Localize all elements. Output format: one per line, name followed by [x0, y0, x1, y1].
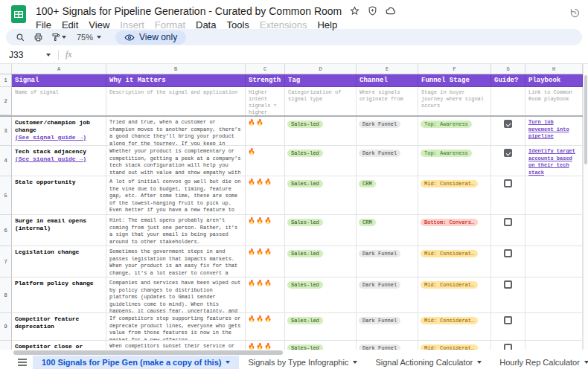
vertical-scrollbar-thumb[interactable]: [584, 75, 587, 164]
all-sheets-menu-icon[interactable]: [18, 356, 27, 369]
cell-A1[interactable]: Signal: [12, 74, 106, 87]
cell-F2[interactable]: Stage in buyer journey where signal occu…: [418, 87, 491, 115]
cell-C3[interactable]: 🔥🔥: [246, 117, 285, 146]
row-number-9[interactable]: 9: [0, 313, 12, 341]
cell-E3[interactable]: Dark Funnel: [357, 117, 418, 146]
cell-D10[interactable]: Sales-led: [285, 341, 357, 350]
column-header-B[interactable]: B: [106, 64, 246, 74]
cell-H9[interactable]: [525, 313, 583, 341]
menu-edit[interactable]: Edit: [57, 19, 83, 31]
sheet-tab-1[interactable]: 100 Signals for Pipe Gen (make a copy of…: [33, 356, 239, 369]
column-header-D[interactable]: D: [285, 64, 357, 74]
column-header-H[interactable]: H: [525, 64, 583, 74]
cell-B3[interactable]: Tried and true, when a customer or champ…: [106, 117, 246, 146]
cell-H6[interactable]: [525, 215, 583, 246]
cell-G9[interactable]: [491, 313, 525, 341]
row-number-6[interactable]: 6: [0, 215, 12, 246]
cell-H10[interactable]: [525, 341, 583, 350]
column-header-A[interactable]: A: [12, 64, 106, 74]
guide-checkbox[interactable]: [504, 218, 512, 226]
guide-checkbox[interactable]: [504, 149, 512, 157]
horizontal-scrollbar-thumb[interactable]: [13, 350, 283, 355]
cell-G6[interactable]: [491, 215, 525, 246]
cell-E8[interactable]: Dark Funnel: [357, 277, 418, 313]
cell-D3[interactable]: Sales-led: [285, 117, 357, 146]
cell-C4[interactable]: 🔥: [246, 146, 285, 176]
menu-insert[interactable]: Insert: [115, 19, 150, 31]
cell-A2[interactable]: Name of signal: [12, 87, 106, 115]
guide-checkbox[interactable]: [504, 120, 512, 128]
zoom-control[interactable]: 75%: [71, 33, 106, 42]
row-number-10[interactable]: 10: [0, 341, 12, 350]
cell-B2[interactable]: Description of the signal and applicatio…: [106, 87, 246, 115]
cell-A9[interactable]: Competitor feature deprecation: [12, 313, 106, 341]
cell-D8[interactable]: Sales-led: [285, 277, 357, 313]
menu-view[interactable]: View: [83, 19, 115, 31]
version-history-icon[interactable]: [569, 7, 581, 19]
cell-C6[interactable]: 🔥🔥🔥: [246, 215, 285, 246]
cell-F1[interactable]: Funnel Stage: [418, 74, 491, 87]
column-header-G[interactable]: G: [491, 64, 525, 74]
cell-B9[interactable]: If competitors stop supporting features …: [106, 313, 246, 341]
cell-F6[interactable]: Bottom: Convers…: [418, 215, 491, 246]
column-header-E[interactable]: E: [357, 64, 418, 74]
menu-extensions[interactable]: Extensions: [255, 19, 313, 31]
cell-G10[interactable]: [491, 341, 525, 350]
row-number-7[interactable]: 7: [0, 246, 12, 277]
cell-B1[interactable]: Why it Matters: [106, 74, 246, 87]
cell-A10[interactable]: Competitor close or: [12, 341, 106, 350]
cell-D5[interactable]: Sales-led: [285, 176, 357, 215]
cell-F8[interactable]: Mid: Considerat…: [418, 277, 491, 313]
cell-E9[interactable]: Dark Funnel: [357, 313, 418, 341]
menu-format[interactable]: Format: [150, 19, 191, 31]
cell-A7[interactable]: Legislation change: [12, 246, 106, 277]
column-header-F[interactable]: F: [418, 64, 491, 74]
print-icon[interactable]: [30, 30, 46, 45]
cell-H7[interactable]: [525, 246, 583, 277]
cell-H8[interactable]: [525, 277, 583, 313]
sheets-logo-icon[interactable]: [9, 4, 28, 24]
cell-A4[interactable]: Tech stack adjacency(See signal guide →): [12, 146, 106, 176]
sheet-tab-4[interactable]: Hourly Rep Calculator: [490, 356, 588, 369]
formula-input[interactable]: [72, 46, 582, 63]
cell-C8[interactable]: 🔥🔥🔥: [246, 277, 285, 313]
star-icon[interactable]: [350, 6, 359, 16]
cell-G5[interactable]: [491, 176, 525, 215]
cell-D6[interactable]: Sales-led: [285, 215, 357, 246]
cell-B6[interactable]: Hint: The email opens probably aren’t co…: [106, 215, 246, 246]
paint-format-icon[interactable]: [48, 30, 70, 45]
cell-F7[interactable]: Mid: Considerat…: [418, 246, 491, 277]
name-box[interactable]: J33: [6, 50, 54, 60]
cell-E1[interactable]: Channel: [357, 74, 418, 87]
cell-G4[interactable]: [491, 146, 525, 176]
cell-C10[interactable]: 🔥🔥🔥: [246, 341, 285, 350]
column-header-C[interactable]: C: [246, 64, 285, 74]
cell-F9[interactable]: Mid: Considerat…: [418, 313, 491, 341]
playbook-link[interactable]: Identify target accounts based on their …: [525, 146, 583, 176]
search-icon[interactable]: [12, 30, 28, 45]
menu-help[interactable]: Help: [312, 19, 342, 31]
sheet-tab-2[interactable]: Signals by Type Infographic: [239, 356, 366, 369]
cell-B7[interactable]: Sometimes the government steps in and pa…: [106, 246, 246, 277]
menu-data[interactable]: Data: [191, 19, 221, 31]
cell-E7[interactable]: Dark Funnel: [357, 246, 418, 277]
sheet-tab-3[interactable]: Signal Actioning Calculator: [366, 356, 490, 369]
cell-G2[interactable]: [491, 87, 525, 115]
cell-C9[interactable]: 🔥🔥🔥: [246, 313, 285, 341]
cell-D1[interactable]: Tag: [285, 74, 357, 87]
select-all-corner[interactable]: [0, 64, 12, 74]
cell-A6[interactable]: Surge in email opens (internal): [12, 215, 106, 246]
row-number-4[interactable]: 4: [0, 146, 12, 176]
cell-A3[interactable]: Customer/champion job change(See signal …: [12, 117, 106, 146]
cell-E5[interactable]: CRM: [357, 176, 418, 215]
guide-checkbox[interactable]: [504, 179, 512, 187]
cell-G7[interactable]: [491, 246, 525, 277]
cell-E6[interactable]: CRM: [357, 215, 418, 246]
cell-B10[interactable]: When competitors sunset their service or…: [106, 341, 246, 350]
guide-checkbox[interactable]: [504, 280, 512, 289]
cell-H2[interactable]: Link to Common Room playbook: [525, 87, 583, 115]
cell-C7[interactable]: 🔥🔥🔥: [246, 246, 285, 277]
cell-G8[interactable]: [491, 277, 525, 313]
menu-file[interactable]: File: [31, 19, 57, 31]
vertical-scrollbar[interactable]: [583, 64, 588, 350]
